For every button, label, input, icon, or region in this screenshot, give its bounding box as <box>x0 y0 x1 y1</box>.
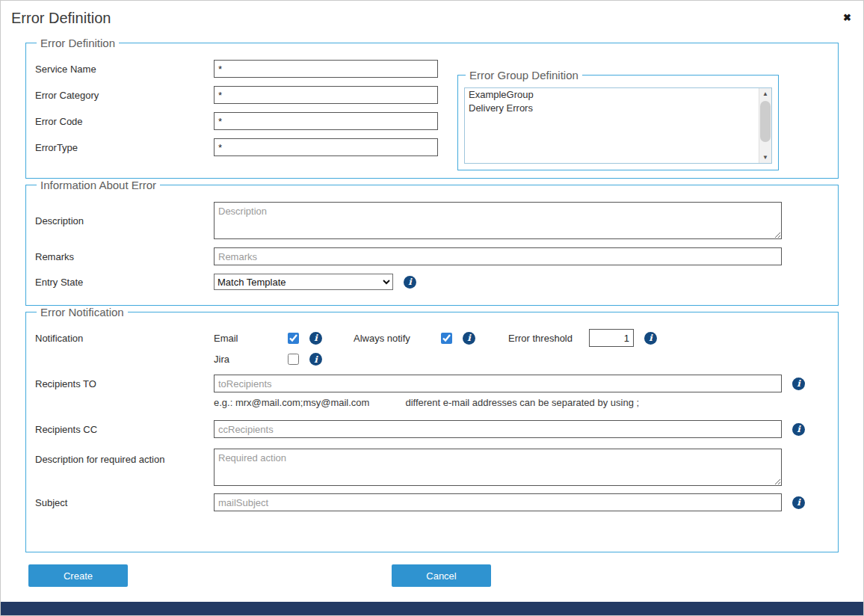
error-threshold-info-icon[interactable]: i <box>644 332 657 345</box>
recipients-cc-input[interactable] <box>214 420 782 438</box>
close-icon[interactable]: ✖ <box>843 13 851 22</box>
error-code-input[interactable] <box>214 112 438 130</box>
error-category-label: Error Category <box>35 90 214 101</box>
recipients-to-info-icon[interactable]: i <box>792 378 805 390</box>
recipients-to-label: Recipients TO <box>35 378 214 389</box>
email-label: Email <box>214 333 288 344</box>
jira-info-icon[interactable]: i <box>309 353 322 366</box>
email-hint-row: e.g.: mrx@mail.com;msy@mail.com differen… <box>35 397 829 408</box>
always-notify-label: Always notify <box>354 333 441 344</box>
remarks-input[interactable] <box>214 247 782 265</box>
description-label: Description <box>35 215 214 227</box>
required-action-textarea[interactable] <box>214 449 782 486</box>
entry-state-label: Entry State <box>35 277 214 288</box>
error-group-listbox[interactable]: ExampleGroup Delivery Errors ▲ ▼ <box>464 87 772 164</box>
jira-row: Jira i <box>35 353 829 366</box>
error-notification-section: Error Notification Notification Email i … <box>25 306 839 552</box>
recipients-cc-info-icon[interactable]: i <box>792 423 805 436</box>
title-bar: Error Definition ✖ <box>1 1 863 37</box>
action-buttons: Create Cancel <box>25 564 839 587</box>
error-type-input[interactable] <box>214 138 438 156</box>
entry-state-row: Entry State Match Template i <box>35 274 829 290</box>
required-action-row: Description for required action <box>35 449 829 486</box>
scroll-up-icon[interactable]: ▲ <box>759 88 771 99</box>
email-hint-note: different e-mail addresses can be separa… <box>405 397 639 408</box>
error-type-label: ErrorType <box>35 142 214 153</box>
remarks-row: Remarks <box>35 247 829 265</box>
description-textarea[interactable] <box>214 202 782 239</box>
scrollbar-thumb[interactable] <box>760 101 771 142</box>
notification-label: Notification <box>35 333 214 344</box>
subject-label: Subject <box>35 497 214 508</box>
subject-input[interactable] <box>214 493 782 511</box>
list-item[interactable]: ExampleGroup <box>465 88 759 102</box>
email-hint-example: e.g.: mrx@mail.com;msy@mail.com <box>214 397 369 408</box>
service-name-label: Service Name <box>35 64 214 75</box>
cancel-button[interactable]: Cancel <box>392 564 491 587</box>
information-about-error-legend: Information About Error <box>37 179 160 191</box>
page-title: Error Definition <box>11 10 853 27</box>
error-threshold-input[interactable] <box>589 329 634 347</box>
notification-row: Notification Email i Always notify i Err… <box>35 329 829 347</box>
error-threshold-label: Error threshold <box>508 333 573 344</box>
entry-state-select[interactable]: Match Template <box>214 274 393 290</box>
recipients-cc-label: Recipients CC <box>35 424 214 435</box>
error-notification-legend: Error Notification <box>37 306 128 318</box>
always-notify-info-icon[interactable]: i <box>463 332 475 345</box>
subject-row: Subject i <box>35 493 829 511</box>
description-row: Description <box>35 202 829 239</box>
email-checkbox[interactable] <box>288 333 299 344</box>
email-info-icon[interactable]: i <box>309 332 322 345</box>
required-action-label: Description for required action <box>35 449 214 465</box>
scroll-down-icon[interactable]: ▼ <box>759 152 771 163</box>
create-button[interactable]: Create <box>28 564 128 587</box>
error-definition-legend: Error Definition <box>37 37 119 49</box>
entry-state-info-icon[interactable]: i <box>404 276 416 289</box>
information-about-error-section: Information About Error Description Rema… <box>25 179 839 306</box>
listbox-scrollbar[interactable]: ▲ ▼ <box>759 88 771 163</box>
recipients-cc-row: Recipients CC i <box>35 420 829 438</box>
error-definition-section: Error Definition Service Name Error Cate… <box>25 37 839 179</box>
always-notify-checkbox[interactable] <box>441 333 452 344</box>
error-group-definition-section: Error Group Definition ExampleGroup Deli… <box>457 69 779 170</box>
error-category-input[interactable] <box>214 86 438 104</box>
recipients-to-row: Recipients TO i <box>35 375 829 392</box>
remarks-label: Remarks <box>35 251 214 262</box>
service-name-input[interactable] <box>214 60 438 78</box>
error-group-definition-legend: Error Group Definition <box>466 69 582 81</box>
error-code-label: Error Code <box>35 116 214 127</box>
jira-label: Jira <box>214 354 288 365</box>
jira-checkbox[interactable] <box>288 354 299 365</box>
list-item[interactable]: Delivery Errors <box>465 102 759 115</box>
recipients-to-input[interactable] <box>214 375 782 392</box>
subject-info-icon[interactable]: i <box>792 496 805 509</box>
footer-bar <box>1 602 863 615</box>
